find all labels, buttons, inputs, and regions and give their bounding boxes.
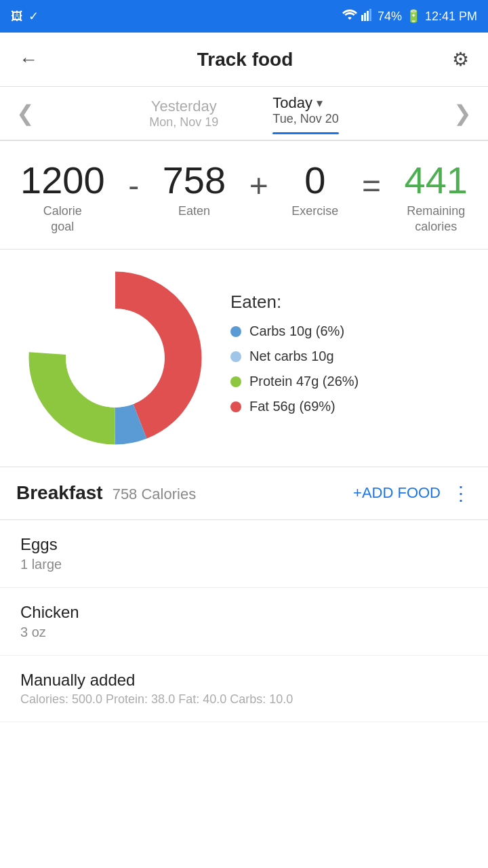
yesterday-date: Mon, Nov 19 — [149, 115, 218, 130]
food-name-eggs: Eggs — [20, 535, 468, 554]
eaten-value: 758 — [163, 161, 226, 199]
status-bar: 🖼 ✓ 74% 🔋 12:41 PM — [0, 0, 488, 33]
next-date-button[interactable]: ❯ — [443, 95, 483, 132]
signal-icon — [361, 9, 373, 24]
eaten-label: Eaten — [163, 203, 226, 219]
meal-title-group: Breakfast 758 Calories — [16, 482, 196, 504]
today-tab[interactable]: Today ▾ Tue, Nov 20 — [272, 94, 338, 133]
food-name-chicken: Chicken — [20, 603, 468, 622]
food-detail-eggs: 1 large — [20, 557, 468, 572]
exercise-block: 0 Exercise — [291, 161, 338, 219]
time-display: 12:41 PM — [425, 9, 477, 24]
svg-point-7 — [66, 309, 165, 408]
protein-dot — [230, 376, 241, 387]
equals-operator: = — [362, 161, 381, 204]
prev-date-button[interactable]: ❮ — [5, 95, 45, 132]
date-nav: ❮ Yesterday Mon, Nov 19 Today ▾ Tue, Nov… — [0, 87, 488, 141]
food-item-manual[interactable]: Manually added Calories: 500.0 Protein: … — [0, 656, 488, 722]
meal-calories: 758 Calories — [113, 486, 197, 503]
protein-legend: Protein 47g (26%) — [230, 374, 474, 389]
eaten-block: 758 Eaten — [163, 161, 226, 219]
remaining-value: 441 — [405, 161, 468, 199]
meal-title: Breakfast — [16, 482, 103, 504]
status-left: 🖼 ✓ — [11, 9, 39, 24]
check-icon: ✓ — [28, 9, 39, 24]
carbs-legend: Carbs 10g (6%) — [230, 323, 474, 339]
svg-rect-0 — [361, 15, 363, 21]
meal-actions: +ADD FOOD ⋮ — [353, 482, 472, 505]
fat-label: Fat 56g (69%) — [249, 399, 336, 414]
svg-rect-1 — [364, 13, 366, 21]
legend-title: Eaten: — [230, 292, 474, 313]
carbs-dot — [230, 326, 241, 337]
today-row: Today ▾ — [272, 94, 338, 112]
food-name-manual: Manually added — [20, 671, 468, 690]
protein-label: Protein 47g (26%) — [249, 374, 359, 389]
settings-button[interactable]: ⚙ — [447, 43, 474, 76]
exercise-label: Exercise — [291, 203, 338, 219]
image-icon: 🖼 — [11, 9, 23, 24]
nutrition-legend: Eaten: Carbs 10g (6%) Net carbs 10g Prot… — [230, 292, 474, 424]
fat-dot — [230, 401, 241, 412]
calorie-goal-label: Caloriegoal — [20, 203, 105, 235]
calorie-goal-value: 1200 — [20, 161, 105, 199]
food-item-eggs[interactable]: Eggs 1 large — [0, 520, 488, 588]
calorie-goal-block: 1200 Caloriegoal — [20, 161, 105, 235]
breakfast-header: Breakfast 758 Calories +ADD FOOD ⋮ — [0, 467, 488, 520]
battery-text: 74% — [378, 9, 402, 24]
yesterday-tab[interactable]: Yesterday Mon, Nov 19 — [149, 98, 218, 130]
carbs-label: Carbs 10g (6%) — [249, 323, 344, 339]
nutrition-section: Eaten: Carbs 10g (6%) Net carbs 10g Prot… — [0, 250, 488, 467]
yesterday-label: Yesterday — [149, 98, 218, 115]
svg-rect-2 — [367, 11, 369, 21]
wifi-icon — [342, 9, 357, 24]
food-detail-manual: Calories: 500.0 Protein: 38.0 Fat: 40.0 … — [20, 692, 468, 707]
plus-operator: + — [249, 161, 268, 204]
donut-chart — [20, 263, 210, 453]
food-detail-chicken: 3 oz — [20, 625, 468, 640]
exercise-value: 0 — [291, 161, 338, 199]
page-title: Track food — [197, 49, 293, 71]
app-bar: ← Track food ⚙ — [0, 33, 488, 87]
minus-operator: - — [128, 161, 139, 204]
food-item-chicken[interactable]: Chicken 3 oz — [0, 588, 488, 656]
date-nav-center: Yesterday Mon, Nov 19 Today ▾ Tue, Nov 2… — [149, 94, 338, 133]
add-food-button[interactable]: +ADD FOOD — [353, 484, 441, 502]
remaining-block: 441 Remainingcalories — [405, 161, 468, 235]
more-options-button[interactable]: ⋮ — [451, 482, 472, 505]
net-carbs-legend: Net carbs 10g — [230, 349, 474, 364]
net-carbs-label: Net carbs 10g — [249, 349, 334, 364]
today-label: Today — [272, 94, 312, 112]
fat-legend: Fat 56g (69%) — [230, 399, 474, 414]
net-carbs-dot — [230, 351, 241, 362]
svg-rect-3 — [369, 9, 371, 21]
dropdown-icon: ▾ — [317, 96, 323, 111]
back-button[interactable]: ← — [14, 43, 43, 76]
battery-icon: 🔋 — [406, 9, 421, 24]
today-date: Tue, Nov 20 — [272, 112, 338, 126]
remaining-label: Remainingcalories — [405, 203, 468, 235]
status-right: 74% 🔋 12:41 PM — [342, 9, 477, 24]
calorie-summary: 1200 Caloriegoal - 758 Eaten + 0 Exercis… — [0, 141, 488, 250]
